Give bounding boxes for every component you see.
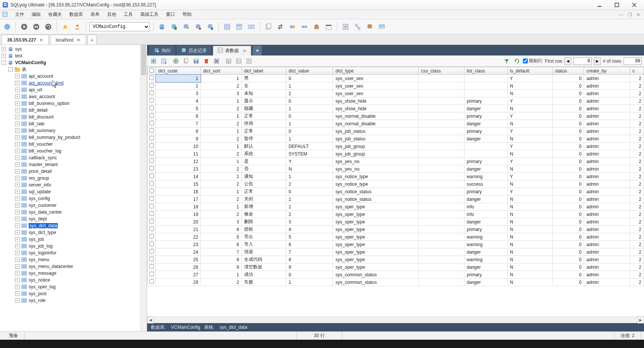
table-cell[interactable]: 9 [286,263,333,271]
table-cell[interactable]: N [286,165,333,173]
document-tab[interactable]: 表数据✕ [213,46,251,55]
table-cell[interactable]: 9 [156,135,201,143]
tree-expander-icon[interactable]: + [15,223,20,228]
table-cell[interactable]: 通知 [241,173,286,180]
table-cell[interactable]: 5 [156,105,201,112]
menu-item[interactable]: 窗口 [162,11,179,18]
tree-expander-icon[interactable]: + [15,278,20,282]
table-cell[interactable]: 5 [286,233,333,241]
table-row[interactable]: 247强退7sys_oper_typedangerN0admin2 [148,248,644,256]
table-cell[interactable]: 2 [201,165,241,173]
tree-node[interactable]: +bill_summary_by_product [0,134,140,141]
table-cell[interactable] [464,90,507,97]
table-cell[interactable]: 0 [286,271,333,279]
table-cell[interactable]: 成功 [241,271,286,279]
table-cell[interactable]: warning [464,233,507,241]
column-header[interactable]: list_class [464,67,507,75]
table-cell[interactable]: sys_normal_disable [333,120,419,128]
table-row[interactable]: 81正常0sys_job_statusprimaryY0admin2 [148,128,644,135]
table-cell[interactable]: sys_oper_type [333,218,419,226]
table-cell[interactable]: admin [584,120,630,128]
table-cell[interactable]: 2 [630,188,644,196]
row-checkbox[interactable] [149,181,154,186]
table-cell[interactable]: 2 [630,173,644,180]
tree-node[interactable]: +sys_post [0,290,140,297]
table-cell[interactable]: 19 [156,211,201,218]
table-cell[interactable]: 23 [156,241,201,248]
table-cell[interactable]: 3 [201,90,241,97]
table-cell[interactable]: 0 [286,75,333,82]
tool-designer-button[interactable] [353,22,363,32]
table-cell[interactable]: admin [584,271,630,279]
tool-profile-button[interactable] [365,22,375,32]
grid-add-button[interactable] [172,57,180,65]
row-checkbox[interactable] [149,136,154,140]
table-cell[interactable]: danger [464,248,507,256]
table-cell[interactable]: sys_show_hide [333,97,419,105]
tree-node[interactable]: +sys_notice [0,277,140,283]
table-cell[interactable]: 0 [552,196,584,203]
table-cell[interactable]: admin [584,180,630,188]
tree-node[interactable]: +sys_dict_data [0,222,140,229]
table-cell[interactable]: warning [464,173,507,180]
mdi-minimize-icon[interactable]: — [617,12,625,17]
table-cell[interactable] [419,97,464,105]
tree-node[interactable]: +sys_data_center [0,209,140,216]
tree-expander-icon[interactable]: + [15,122,20,126]
table-cell[interactable]: sys_oper_type [333,263,419,271]
tree-node[interactable]: +sys_logininfor [0,249,140,256]
tree-expander-icon[interactable]: + [15,169,20,174]
table-cell[interactable]: admin [584,188,630,196]
tree-expander-icon[interactable]: + [15,291,20,296]
table-cell[interactable] [419,196,464,203]
grid-view-form-button[interactable] [235,57,243,65]
minimize-button[interactable] [595,1,604,9]
table-cell[interactable]: Y [507,188,552,196]
table-cell[interactable]: warning [464,241,507,248]
table-cell[interactable]: admin [584,196,630,203]
execute-all-button[interactable] [31,22,41,32]
table-cell[interactable]: 女 [241,82,286,90]
tree-expander-icon[interactable]: + [15,237,20,242]
tool-copy-button[interactable] [263,22,273,32]
table-row[interactable]: 269清空数据9sys_oper_typedangerN0admin2 [148,263,644,271]
table-cell[interactable]: 1 [286,135,333,143]
table-cell[interactable] [419,188,464,196]
table-cell[interactable]: danger [464,218,507,226]
table-cell[interactable]: 0 [552,256,584,263]
table-cell[interactable]: danger [464,279,507,286]
table-cell[interactable]: N [507,241,552,248]
table-cell[interactable]: admin [584,97,630,105]
table-cell[interactable]: sys_job_status [333,135,419,143]
table-row[interactable]: 33未知2sys_user_sexN0admin2 [148,90,644,97]
tree-expander-icon[interactable]: + [15,108,20,112]
table-cell[interactable]: 男 [241,75,286,82]
table-row[interactable]: 258生成代码8sys_oper_typewarningN0admin2 [148,256,644,263]
table-cell[interactable]: 2 [286,211,333,218]
table-cell[interactable]: 公告 [241,180,286,188]
table-cell[interactable]: N [507,211,552,218]
table-cell[interactable]: sys_oper_type [333,256,419,263]
table-cell[interactable]: 1 [201,143,241,150]
table-row[interactable]: 236导入6sys_oper_typewarningN0admin2 [148,241,644,248]
tree-node[interactable]: +bill_summary [0,127,140,134]
tree-expander-icon[interactable]: + [15,217,20,221]
table-cell[interactable]: N [507,165,552,173]
table-cell[interactable]: sys_job_group [333,150,419,158]
table-cell[interactable]: admin [584,90,630,97]
table-cell[interactable] [419,211,464,218]
table-cell[interactable]: 2 [630,226,644,233]
num-rows-input[interactable] [624,57,642,65]
table-cell[interactable] [419,105,464,112]
tree-node[interactable]: −表 [0,66,140,73]
table-cell[interactable]: 0 [552,82,584,90]
user-manager-button[interactable] [72,22,82,32]
tool-table-button[interactable] [222,22,232,32]
tree-node[interactable]: +api_url [0,86,140,93]
table-cell[interactable]: admin [584,211,630,218]
tree-expander-icon[interactable]: + [15,251,20,255]
table-cell[interactable]: 0 [552,180,584,188]
table-cell[interactable]: admin [584,203,630,211]
table-cell[interactable]: N [507,105,552,112]
table-cell[interactable]: 1 [201,203,241,211]
